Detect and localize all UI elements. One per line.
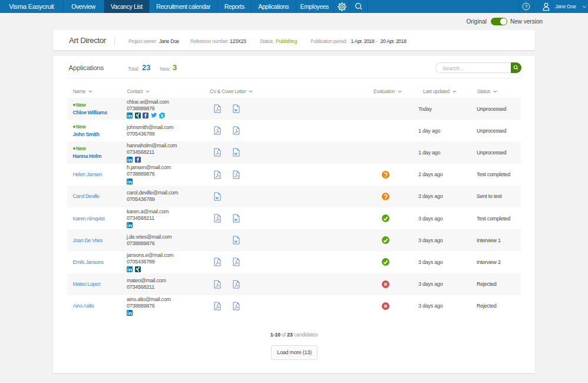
svg-text:?: ? bbox=[525, 4, 528, 9]
